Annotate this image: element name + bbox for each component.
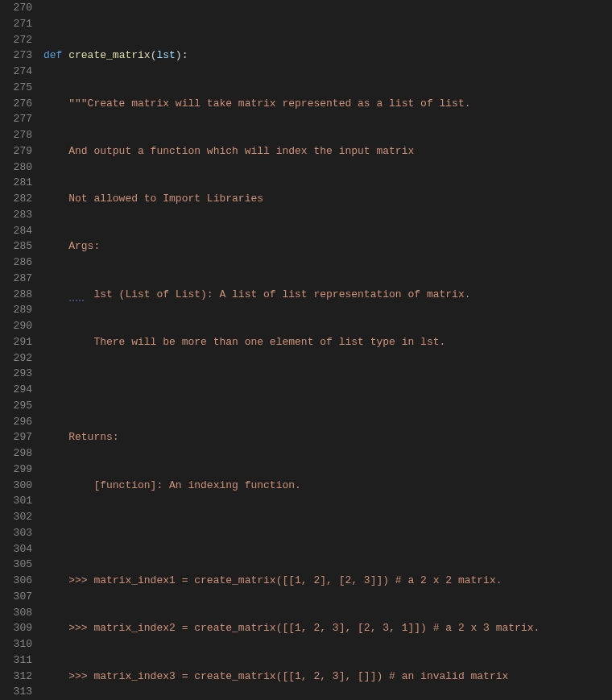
code-line: And output a function which will index t… [43,143,612,159]
line-number: 287 [0,271,32,287]
code-line [43,525,612,541]
line-number: 293 [0,366,32,382]
code-line: >>> matrix_index2 = create_matrix([[1, 2… [43,620,612,636]
line-number: 298 [0,445,32,462]
line-number: 313 [0,684,32,700]
line-number: 289 [0,302,32,318]
line-number: 297 [0,429,32,445]
line-number: 296 [0,414,32,430]
line-number: 290 [0,318,32,334]
line-number: 306 [0,573,32,589]
code-line: >>> matrix_index3 = create_matrix([[1, 2… [43,669,612,685]
line-number: 308 [0,605,32,621]
line-number: 285 [0,238,32,255]
code-line: Args: [43,238,612,255]
line-number: 304 [0,541,32,557]
line-number: 282 [0,191,32,207]
line-number-gutter: 2702712722732742752762772782792802812822… [0,0,43,700]
line-number: 273 [0,48,32,64]
code-line: lst (List of List): A list of list repre… [43,287,612,303]
line-number: 305 [0,557,32,573]
code-line: """Create matrix will take matrix repres… [43,96,612,112]
line-number: 286 [0,255,32,271]
line-number: 294 [0,382,32,398]
line-number: 299 [0,462,32,478]
line-number: 272 [0,32,32,48]
line-number: 303 [0,525,32,541]
line-number: 279 [0,143,32,159]
code-line: >>> matrix_index1 = create_matrix([[1, 2… [43,573,612,589]
line-number: 307 [0,589,32,605]
code-line [43,382,612,398]
code-line: There will be more than one element of l… [43,334,612,350]
code-editor[interactable]: 2702712722732742752762772782792802812822… [0,0,612,700]
line-number: 281 [0,175,32,191]
line-number: 283 [0,207,32,223]
line-number: 270 [0,0,32,16]
line-number: 291 [0,334,32,350]
code-line: def create_matrix(lst): [43,48,612,64]
line-number: 300 [0,478,32,494]
line-number: 302 [0,509,32,525]
line-number: 278 [0,127,32,143]
code-line: Not allowed to Import Libraries [43,191,612,207]
line-number: 309 [0,620,32,636]
line-number: 295 [0,398,32,414]
line-number: 310 [0,636,32,652]
line-number: 276 [0,96,32,112]
line-number: 274 [0,64,32,80]
code-area[interactable]: def create_matrix(lst): """Create matrix… [43,0,612,700]
code-line: Returns: [43,429,612,445]
line-number: 275 [0,80,32,96]
line-number: 284 [0,223,32,239]
line-number: 292 [0,350,32,367]
line-number: 271 [0,16,32,32]
line-number: 280 [0,159,32,176]
line-number: 277 [0,111,32,127]
line-number: 301 [0,493,32,509]
line-number: 312 [0,669,32,685]
code-line: [function]: An indexing function. [43,478,612,494]
lint-squiggle [68,300,85,301]
line-number: 311 [0,652,32,669]
line-number: 288 [0,287,32,303]
